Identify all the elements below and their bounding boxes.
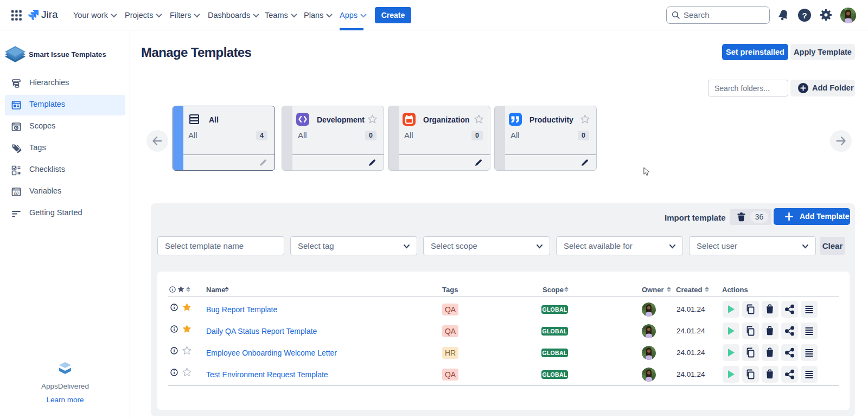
svg-text:(x): (x) <box>14 191 19 196</box>
svg-text:?: ? <box>802 11 807 20</box>
